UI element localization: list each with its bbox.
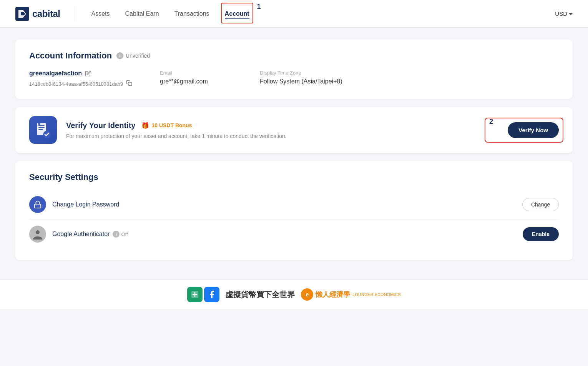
- verify-now-button[interactable]: Verify Now: [508, 122, 559, 138]
- verify-icon-wrapper: [29, 116, 57, 144]
- account-mid: Email gre**@gmail.com: [160, 70, 237, 85]
- footer-banner: 虛擬貨幣買下全世界 e 懶人經濟學 LOUNGER ECONOMICS: [0, 279, 588, 309]
- svg-rect-8: [35, 204, 41, 208]
- edit-icon[interactable]: [85, 70, 91, 77]
- security-item-google-auth: Google Authenticator i Off Enable: [29, 220, 559, 249]
- nav-cabital-earn[interactable]: Cabital Earn: [125, 9, 159, 19]
- username: greenalgaefaction: [29, 70, 82, 77]
- security-settings-title: Security Settings: [29, 172, 559, 182]
- email-label: Email: [160, 70, 237, 76]
- security-item-password: Change Login Password Change: [29, 190, 559, 220]
- google-auth-item-content: Google Authenticator i Off: [52, 231, 517, 238]
- lock-icon-circle: [29, 196, 46, 213]
- footer-icons: [187, 287, 219, 302]
- auth-info-icon: i: [113, 231, 120, 238]
- account-info-title: Account Information: [29, 51, 112, 61]
- verify-title-row: Verify Your Identity 🎁 10 USDT Bonus: [66, 121, 498, 130]
- step1-label: 1: [257, 3, 261, 11]
- user-id: 1418cdb8-6134-4aaa-af55-60510381dab9: [29, 81, 123, 87]
- footer-icon-facebook: [204, 287, 219, 302]
- currency-selector[interactable]: USD: [555, 10, 573, 17]
- verify-title: Verify Your Identity: [66, 121, 135, 130]
- logo-text: cabital: [32, 8, 60, 19]
- password-item-content: Change Login Password: [52, 201, 516, 208]
- timezone-value: Follow System (Asia/Taipei+8): [260, 78, 360, 85]
- nav-transactions[interactable]: Transactions: [174, 9, 209, 19]
- svg-point-7: [38, 123, 40, 125]
- chevron-down-icon: [569, 13, 573, 15]
- gift-icon: 🎁: [141, 122, 149, 129]
- nav-account-wrapper: Account 1: [225, 10, 249, 17]
- footer-brand: e 懶人經濟學 LOUNGER ECONOMICS: [301, 288, 400, 301]
- logo[interactable]: cabital: [15, 7, 60, 21]
- copy-icon[interactable]: [126, 80, 132, 88]
- google-auth-icon-circle: [29, 226, 46, 243]
- security-settings-card: Security Settings Change Login Password …: [15, 161, 573, 260]
- bonus-text: 10 USDT Bonus: [151, 122, 192, 128]
- svg-rect-5: [38, 129, 43, 130]
- verify-content: Verify Your Identity 🎁 10 USDT Bonus For…: [66, 121, 498, 139]
- main-content: Account Information i Unverified greenal…: [0, 28, 588, 276]
- header: cabital Assets Cabital Earn Transactions…: [0, 0, 588, 28]
- password-title: Change Login Password: [52, 201, 516, 208]
- account-right: Display Time Zone Follow System (Asia/Ta…: [260, 70, 360, 85]
- bonus-badge: 🎁 10 USDT Bonus: [141, 122, 192, 129]
- user-id-row: 1418cdb8-6134-4aaa-af55-60510381dab9: [29, 80, 137, 88]
- nav-account[interactable]: Account: [225, 9, 249, 19]
- verify-now-wrapper: 2 Verify Now: [508, 122, 559, 138]
- account-info-card: Account Information i Unverified greenal…: [15, 39, 573, 99]
- footer-icon-green: [187, 287, 203, 302]
- header-right: USD: [555, 10, 573, 17]
- svg-rect-4: [38, 127, 45, 128]
- off-badge: i Off: [113, 231, 128, 238]
- verify-identity-card: Verify Your Identity 🎁 10 USDT Bonus For…: [15, 107, 573, 153]
- currency-text: USD: [555, 10, 567, 17]
- step2-label: 2: [489, 118, 493, 126]
- google-auth-title: Google Authenticator i Off: [52, 231, 517, 238]
- brand-icon: e: [301, 288, 313, 301]
- enable-google-auth-button[interactable]: Enable: [523, 227, 559, 241]
- timezone-label: Display Time Zone: [260, 70, 360, 76]
- nav-assets[interactable]: Assets: [91, 9, 110, 19]
- footer-text: 虛擬貨幣買下全世界: [226, 289, 295, 300]
- account-left: greenalgaefaction 1418cdb8-6134-4aaa-af5…: [29, 70, 137, 88]
- main-nav: Assets Cabital Earn Transactions Account…: [91, 9, 555, 19]
- account-details: greenalgaefaction 1418cdb8-6134-4aaa-af5…: [29, 70, 559, 88]
- brand-text: 懶人經濟學: [316, 290, 350, 299]
- unverified-text: Unverified: [126, 53, 150, 59]
- brand-sub: LOUNGER ECONOMICS: [352, 292, 400, 297]
- header-divider: [76, 6, 76, 22]
- svg-rect-1: [128, 82, 132, 86]
- svg-point-10: [36, 230, 40, 234]
- verify-description: For maximum protection of your asset and…: [66, 133, 498, 139]
- change-password-button[interactable]: Change: [522, 198, 559, 211]
- username-row: greenalgaefaction: [29, 70, 137, 77]
- unverified-badge: i Unverified: [116, 52, 150, 59]
- off-text: Off: [121, 231, 128, 237]
- email-value: gre**@gmail.com: [160, 78, 237, 85]
- info-icon: i: [116, 52, 123, 59]
- account-info-header: Account Information i Unverified: [29, 51, 559, 61]
- google-auth-label: Google Authenticator: [52, 231, 110, 238]
